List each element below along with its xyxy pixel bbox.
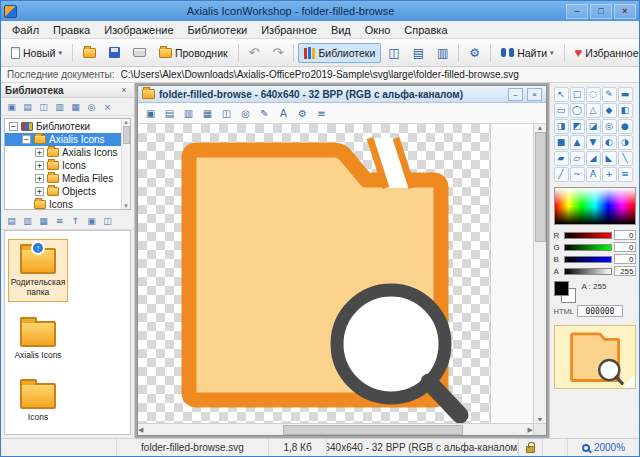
tree-item[interactable]: − Axialis Icons [5, 133, 121, 146]
expander-icon[interactable]: − [22, 135, 31, 144]
new-button[interactable]: Новый ▾ [5, 43, 68, 63]
green-value[interactable]: 0 [614, 242, 636, 252]
redo-button[interactable]: ↷ [267, 42, 290, 63]
tool-button[interactable]: ◣ [602, 151, 617, 166]
close-button[interactable]: × [614, 4, 636, 19]
document-toolbar-icon[interactable]: A [275, 105, 292, 122]
tool-button[interactable]: + [602, 167, 617, 182]
expander-icon[interactable]: + [35, 161, 44, 170]
tree-item[interactable]: + Icons [5, 159, 121, 172]
scrollbar-thumb[interactable] [123, 126, 130, 144]
tool-button[interactable]: ◪ [586, 119, 601, 134]
library-folder-item[interactable]: ↑ Icons [8, 374, 68, 427]
red-value[interactable]: 0 [614, 230, 636, 240]
panel-close-icon[interactable]: × [118, 85, 130, 95]
red-slider[interactable] [564, 232, 612, 239]
tool-button[interactable]: ◧ [618, 103, 633, 118]
library-toolbar-icon[interactable]: × [100, 99, 115, 114]
tool-button[interactable]: ▱ [570, 151, 585, 166]
libraries-button[interactable]: Библиотеки [298, 43, 381, 63]
html-color-field[interactable]: 000000 [577, 305, 623, 317]
scroll-down-icon[interactable]: ▼ [123, 203, 129, 209]
menu-item[interactable]: Справка [397, 23, 454, 37]
undo-button[interactable]: ↶ [243, 42, 266, 63]
tool-button[interactable]: ◢ [586, 151, 601, 166]
tool-button[interactable]: ◆ [602, 103, 617, 118]
maximize-button[interactable]: □ [590, 4, 612, 19]
tool-button[interactable]: ╱ [554, 167, 569, 182]
scroll-up-icon[interactable]: ▲ [537, 124, 544, 131]
library-toolbar-icon[interactable]: ▤ [20, 99, 35, 114]
document-close-button[interactable]: × [527, 88, 542, 101]
save-button[interactable] [103, 43, 126, 62]
tool-button[interactable]: ◯ [570, 103, 585, 118]
tool-button[interactable]: ~ [570, 167, 585, 182]
tool-button[interactable]: ✎ [602, 87, 617, 102]
library-folder-item[interactable]: ↑ Axialis Icons [8, 312, 68, 365]
vertical-scrollbar[interactable]: ▲ ▼ [533, 124, 546, 423]
titlebar[interactable]: Axialis IconWorkshop - folder-filled-bro… [1, 1, 639, 21]
recent-document-path[interactable]: C:\Users\Alex\Downloads\Axialis-OfficePr… [121, 69, 519, 80]
tree-item[interactable]: + Axialis Icons [5, 146, 121, 159]
document-toolbar-icon[interactable]: ▥ [180, 105, 197, 122]
tree-item[interactable]: − Библиотеки [5, 120, 121, 133]
document-toolbar-icon[interactable]: ≡ [313, 105, 330, 122]
tool-button[interactable]: ╲ [618, 151, 633, 166]
tool-button[interactable]: △ [586, 103, 601, 118]
scrollbar-thumb[interactable] [283, 425, 463, 435]
tool-button[interactable]: ▼ [586, 135, 601, 150]
menu-item[interactable]: Вид [324, 23, 358, 37]
document-minimize-button[interactable]: – [508, 88, 523, 101]
document-toolbar-icon[interactable]: ▣ [142, 105, 159, 122]
tool-button[interactable]: A [586, 167, 601, 182]
tool-button[interactable]: ◌ [586, 87, 601, 102]
library-toolbar-icon[interactable]: ◎ [84, 99, 99, 114]
tool-button[interactable]: ▬ [618, 87, 633, 102]
library-toolbar-icon[interactable]: ▦ [68, 99, 83, 114]
open-button[interactable] [77, 44, 102, 62]
tool-button[interactable]: ● [618, 119, 633, 134]
tree-item[interactable]: Icons [5, 198, 121, 209]
scroll-down-icon[interactable]: ▼ [537, 416, 544, 423]
alpha-slider[interactable] [564, 268, 612, 275]
menu-item[interactable]: Правка [46, 23, 97, 37]
drawing-canvas[interactable] [138, 124, 533, 423]
favorites-button[interactable]: ♥ Избранное ▾ [569, 43, 640, 63]
tool-button[interactable]: ↖ [554, 87, 569, 102]
library-toolbar-icon[interactable]: ▤ [4, 213, 19, 228]
blue-slider[interactable] [564, 256, 612, 263]
tool-button[interactable]: ◩ [570, 119, 585, 134]
settings-button[interactable]: ⚙ [463, 43, 486, 63]
document-toolbar-icon[interactable]: ⚙ [294, 105, 311, 122]
tool-button[interactable]: ≡ [618, 167, 633, 182]
document-toolbar-icon[interactable]: ▦ [199, 105, 216, 122]
menu-item[interactable]: Изображение [97, 23, 180, 37]
copy-button[interactable]: ◫ [382, 43, 405, 63]
tool-button[interactable]: ■ [554, 135, 569, 150]
tool-button[interactable]: ◎ [602, 119, 617, 134]
document-toolbar-icon[interactable]: ◫ [218, 105, 235, 122]
green-slider[interactable] [564, 244, 612, 251]
library-toolbar-icon[interactable]: ▣ [84, 213, 99, 228]
tool-button[interactable]: ▰ [554, 151, 569, 166]
library-toolbar-icon[interactable]: ▥ [20, 213, 35, 228]
scroll-left-icon[interactable]: ◀ [138, 426, 143, 434]
explorer-button[interactable]: Проводник [153, 43, 234, 63]
scrollbar-thumb[interactable] [535, 132, 546, 242]
color-palette[interactable] [554, 187, 636, 225]
tool-button[interactable]: ▭ [554, 103, 569, 118]
tool-button[interactable]: ◨ [554, 119, 569, 134]
current-color-swatch[interactable] [554, 281, 576, 303]
duplicate-button[interactable]: ▥ [431, 43, 454, 63]
library-toolbar-icon[interactable]: ↑ [68, 213, 83, 228]
tree-item[interactable]: + Objects [5, 185, 121, 198]
horizontal-scrollbar[interactable]: ◀ ▶ [138, 423, 533, 435]
tool-button[interactable]: ◑ [618, 135, 633, 150]
scroll-up-icon[interactable]: ▲ [123, 119, 129, 125]
document-titlebar[interactable]: folder-filled-browse - 640x640 - 32 BPP … [138, 86, 546, 103]
tool-button[interactable]: □ [570, 87, 585, 102]
menu-item[interactable]: Файл [5, 23, 46, 37]
menu-item[interactable]: Библиотеки [181, 23, 255, 37]
library-toolbar-icon[interactable]: ◫ [36, 99, 51, 114]
menu-item[interactable]: Избранное [254, 23, 324, 37]
